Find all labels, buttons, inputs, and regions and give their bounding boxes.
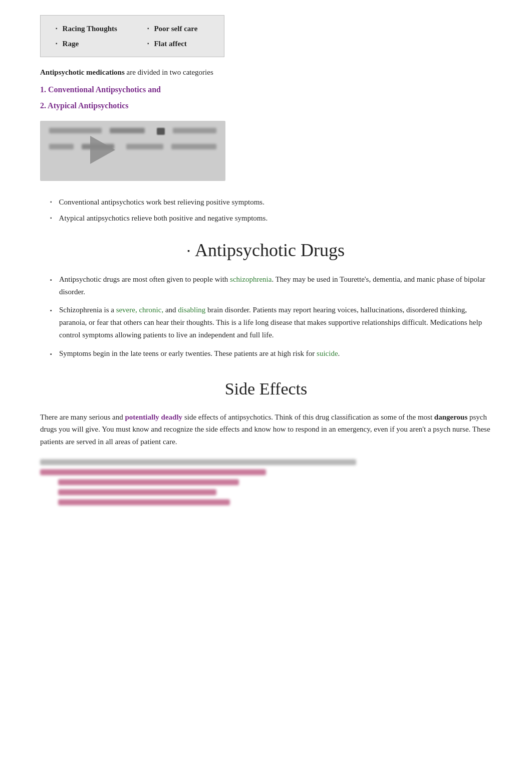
bullet-text: Conventional antipsychotics work best re… — [59, 196, 264, 208]
blurred-line-3 — [58, 479, 239, 485]
bullet-text: Antipsychotic drugs are most often given… — [59, 273, 492, 298]
chronic-link[interactable]: chronic, — [139, 306, 163, 314]
dangerous-text: dangerous — [434, 413, 467, 421]
side-effects-text-before: There are many serious and — [40, 413, 125, 421]
image-placeholder — [40, 121, 225, 181]
category-1-heading: 1. Conventional Antipsychotics and — [40, 83, 492, 96]
intro-bold: Antipsychotic medications — [40, 68, 125, 76]
category-1-label: 1. Conventional Antipsychotics — [40, 85, 146, 94]
bullet-icon: ▪ — [147, 40, 149, 48]
disabling-link[interactable]: disabling — [178, 306, 205, 314]
symptom-item-poor-self-care: ▪ Poor self care — [147, 23, 209, 35]
blurred-line-2 — [40, 469, 266, 475]
severe-link[interactable]: severe, — [116, 306, 137, 314]
category-2-heading: 2. Atypical Antipsychotics — [40, 99, 492, 112]
category-2-label: 2. Atypical Antipsychotics — [40, 101, 128, 110]
antipsychotic-bullet-2: Schizophrenia is a severe, chronic, and … — [40, 304, 492, 341]
category-bullet-list: Conventional antipsychotics work best re… — [40, 196, 492, 224]
title-bullet-icon: ▪ — [187, 246, 190, 257]
potentially-deadly-text: potentially deadly — [125, 413, 183, 421]
blurred-line-1 — [40, 459, 356, 465]
antipsychotic-bullet-1: Antipsychotic drugs are most often given… — [40, 273, 492, 298]
symptom-item-rage: ▪ Rage — [56, 38, 117, 50]
blurred-line-5 — [58, 499, 230, 505]
category-1-suffix: and — [146, 85, 161, 94]
bullet-icon: ▪ — [147, 25, 149, 33]
bullet-text: Symptoms begin in the late teens or earl… — [59, 347, 340, 360]
bullet-item-conventional: Conventional antipsychotics work best re… — [40, 196, 492, 208]
bullet-icon: ▪ — [56, 40, 58, 48]
suicide-link[interactable]: suicide — [317, 349, 338, 357]
intro-paragraph: Antipsychotic medications are divided in… — [40, 66, 492, 78]
schizophrenia-link[interactable]: schizophrenia — [230, 275, 272, 283]
intro-suffix: are divided in two categories — [125, 68, 213, 76]
side-effects-title: Side Effects — [40, 375, 492, 403]
side-effects-text-middle: side effects of antipsychotics. Think of… — [182, 413, 434, 421]
symptom-label: Rage — [63, 38, 79, 50]
antipsychotic-bullet-3: Symptoms begin in the late teens or earl… — [40, 347, 492, 360]
symptom-label: Flat affect — [154, 38, 186, 50]
symptoms-table: ▪ Racing Thoughts ▪ Poor self care ▪ Rag… — [40, 15, 224, 57]
symptom-label: Poor self care — [154, 23, 197, 35]
side-effects-paragraph: There are many serious and potentially d… — [40, 411, 492, 448]
bullet-text: Atypical antipsychotics relieve both pos… — [59, 212, 268, 224]
symptom-item-flat-affect: ▪ Flat affect — [147, 38, 209, 50]
bullet-item-atypical: Atypical antipsychotics relieve both pos… — [40, 212, 492, 224]
symptom-item-racing: ▪ Racing Thoughts — [56, 23, 117, 35]
blurred-bottom-content — [40, 459, 492, 505]
symptom-label: Racing Thoughts — [63, 23, 117, 35]
bullet-icon: ▪ — [56, 25, 58, 33]
antipsychotic-drugs-title: ▪Antipsychotic Drugs — [40, 236, 492, 265]
bullet-text: Schizophrenia is a severe, chronic, and … — [59, 304, 492, 341]
blurred-line-4 — [58, 489, 216, 495]
